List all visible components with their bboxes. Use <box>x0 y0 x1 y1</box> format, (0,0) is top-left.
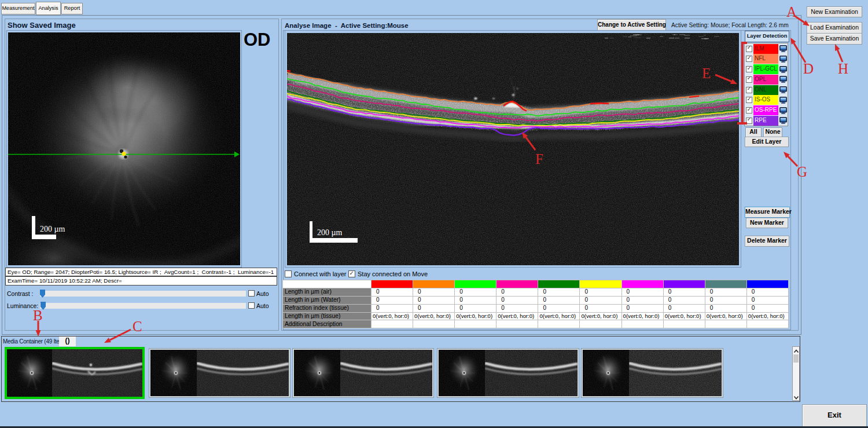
svg-text:B: B <box>33 308 43 323</box>
svg-text:C: C <box>133 319 142 334</box>
svg-text:F: F <box>535 151 543 167</box>
svg-text:H: H <box>838 61 848 76</box>
svg-text:G: G <box>797 164 807 180</box>
svg-text:D: D <box>803 61 814 76</box>
svg-text:E: E <box>702 65 711 81</box>
